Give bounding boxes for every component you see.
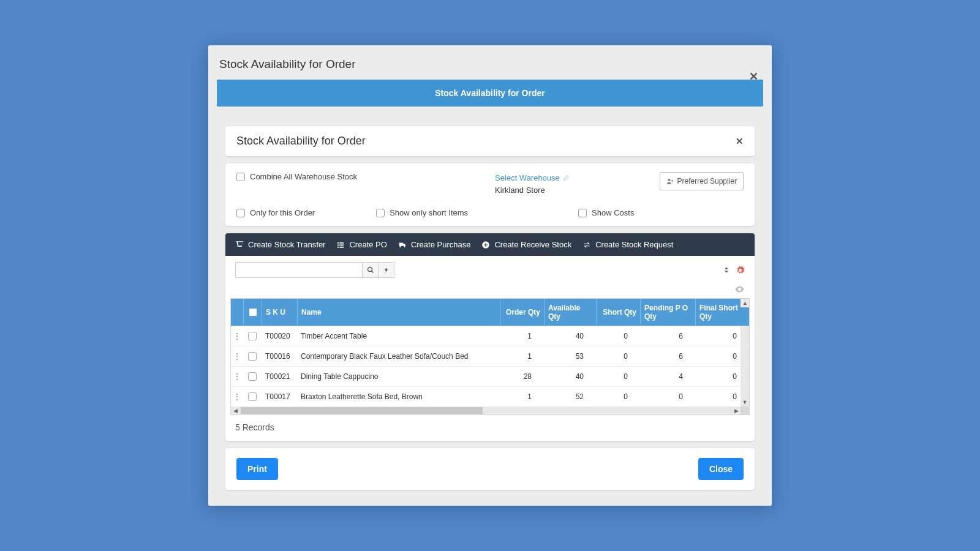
row-drag-handle[interactable]: ⋮ xyxy=(231,367,243,386)
table-row: ⋮T00017Braxton Leatherette Sofa Bed, Bro… xyxy=(231,386,749,407)
search-input[interactable] xyxy=(235,262,363,278)
show-costs-checkbox[interactable] xyxy=(578,209,587,217)
table-row: ⋮T00020Timber Accent Table140060 xyxy=(231,326,749,346)
combine-warehouse-label: Combine All Warehouse Stock xyxy=(250,172,357,181)
close-button[interactable]: Close xyxy=(698,458,744,480)
row-drag-handle[interactable]: ⋮ xyxy=(231,326,243,346)
header-short-qty[interactable]: Short Qty xyxy=(596,299,640,326)
scroll-left-button[interactable]: ◀ xyxy=(231,407,239,414)
modal-dialog: Stock Availability for Order ✕ Stock Ava… xyxy=(208,45,772,506)
cart-icon xyxy=(235,241,244,249)
cell-final-short: 0 xyxy=(687,347,741,366)
row-checkbox[interactable] xyxy=(248,332,257,340)
svg-rect-5 xyxy=(337,246,339,247)
cell-final-short: 0 xyxy=(687,367,741,386)
show-costs-label: Show Costs xyxy=(592,208,634,217)
svg-rect-2 xyxy=(340,242,344,243)
scroll-thumb[interactable] xyxy=(241,407,483,414)
footer-card: Print Close xyxy=(225,448,755,490)
sort-icon[interactable] xyxy=(722,266,731,275)
combine-warehouse-checkbox[interactable] xyxy=(236,173,245,181)
bolt-icon xyxy=(383,266,390,274)
grid-header: S K U Name Order Qty Available Qty Short… xyxy=(231,299,749,326)
banner: Stock Availability for Order xyxy=(217,80,763,107)
cell-order-qty: 1 xyxy=(491,326,535,346)
grid-card: Create Stock Transfer Create PO Create P… xyxy=(225,233,755,441)
list-icon xyxy=(336,241,345,249)
show-short-checkbox[interactable] xyxy=(376,209,385,217)
cell-order-qty: 28 xyxy=(491,367,535,386)
cell-short-qty: 0 xyxy=(587,347,631,366)
svg-rect-1 xyxy=(337,242,339,243)
row-drag-handle[interactable]: ⋮ xyxy=(231,347,243,366)
scroll-up-button[interactable]: ▲ xyxy=(741,299,749,307)
cell-available-qty: 40 xyxy=(535,326,587,346)
filter-card: Combine All Warehouse Stock Select Wareh… xyxy=(225,163,755,226)
data-grid: S K U Name Order Qty Available Qty Short… xyxy=(230,298,750,415)
pencil-icon xyxy=(563,174,570,181)
warehouse-name: Kirkland Store xyxy=(495,186,570,195)
cell-name: Dining Table Cappucino xyxy=(297,367,491,386)
row-drag-handle[interactable]: ⋮ xyxy=(231,387,243,407)
only-this-order-checkbox[interactable] xyxy=(236,209,245,217)
header-pending-po[interactable]: Pending P O Qty xyxy=(640,299,695,326)
svg-point-8 xyxy=(368,268,372,272)
card-title: Stock Availability for Order xyxy=(236,135,366,148)
cell-name: Braxton Leatherette Sofa Bed, Brown xyxy=(297,387,491,407)
create-stock-transfer-button[interactable]: Create Stock Transfer xyxy=(235,240,325,249)
cell-short-qty: 0 xyxy=(587,387,631,407)
scroll-down-button[interactable]: ▼ xyxy=(741,398,749,407)
cell-short-qty: 0 xyxy=(587,367,631,386)
header-available-qty[interactable]: Available Qty xyxy=(544,299,596,326)
cell-sku: T00021 xyxy=(262,367,297,386)
preferred-supplier-button[interactable]: Preferred Supplier xyxy=(660,172,744,190)
card-close-icon[interactable]: ✕ xyxy=(736,136,744,147)
cell-available-qty: 53 xyxy=(535,347,587,366)
search-icon xyxy=(367,266,374,274)
row-checkbox[interactable] xyxy=(248,372,257,381)
cell-order-qty: 1 xyxy=(491,387,535,407)
cell-final-short: 0 xyxy=(687,326,741,346)
grid-toolbar: Create Stock Transfer Create PO Create P… xyxy=(225,233,755,256)
modal-close-icon[interactable]: ✕ xyxy=(749,70,758,83)
header-name[interactable]: Name xyxy=(297,299,500,326)
row-checkbox[interactable] xyxy=(248,352,257,361)
cell-available-qty: 40 xyxy=(535,367,587,386)
scroll-right-button[interactable]: ▶ xyxy=(732,407,741,414)
horizontal-scrollbar[interactable]: ◀ ▶ xyxy=(231,407,749,414)
visibility-icon[interactable] xyxy=(734,284,745,294)
svg-rect-6 xyxy=(340,246,344,247)
exchange-icon xyxy=(582,241,591,249)
cell-name: Timber Accent Table xyxy=(297,326,491,346)
row-checkbox[interactable] xyxy=(248,392,257,401)
table-row: ⋮T00016Contemporary Black Faux Leather S… xyxy=(231,346,749,366)
truck-icon xyxy=(398,241,407,249)
cell-short-qty: 0 xyxy=(587,326,631,346)
quick-action-button[interactable] xyxy=(379,262,394,278)
search-button[interactable] xyxy=(363,262,379,278)
create-purchase-button[interactable]: Create Purchase xyxy=(398,240,471,249)
print-button[interactable]: Print xyxy=(236,458,278,480)
create-stock-request-button[interactable]: Create Stock Request xyxy=(582,240,673,249)
modal-title: Stock Availability for Order xyxy=(217,54,763,80)
cell-pending-po: 6 xyxy=(631,326,687,346)
plus-circle-icon xyxy=(481,241,490,249)
search-row xyxy=(225,256,755,284)
cell-sku: T00017 xyxy=(262,387,297,407)
show-short-label: Show only short Items xyxy=(390,208,468,217)
gear-icon[interactable] xyxy=(736,266,745,275)
svg-rect-3 xyxy=(337,244,339,246)
svg-rect-4 xyxy=(340,244,344,246)
create-receive-stock-button[interactable]: Create Receive Stock xyxy=(481,240,571,249)
select-all-checkbox[interactable] xyxy=(249,309,257,316)
user-plus-icon xyxy=(666,178,674,185)
title-card: Stock Availability for Order ✕ xyxy=(225,126,755,156)
cell-final-short: 0 xyxy=(687,387,741,407)
select-warehouse-link[interactable]: Select Warehouse xyxy=(495,173,570,182)
header-sku[interactable]: S K U xyxy=(262,299,297,326)
header-order-qty[interactable]: Order Qty xyxy=(500,299,544,326)
cell-order-qty: 1 xyxy=(491,347,535,366)
only-this-order-label: Only for this Order xyxy=(250,208,315,217)
table-row: ⋮T00021Dining Table Cappucino2840040 xyxy=(231,366,749,386)
create-po-button[interactable]: Create PO xyxy=(336,240,386,249)
